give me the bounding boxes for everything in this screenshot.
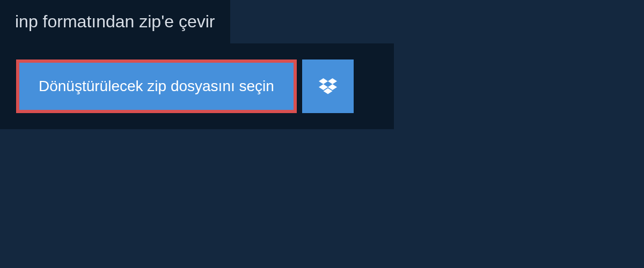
dropbox-button[interactable]: [302, 59, 354, 113]
page-title: inp formatından zip'e çevir: [15, 12, 215, 32]
page-header: inp formatından zip'e çevir: [0, 0, 230, 43]
button-row: Dönüştürülecek zip dosyasını seçin: [16, 59, 378, 113]
file-select-panel: Dönüştürülecek zip dosyasını seçin: [0, 43, 394, 129]
dropbox-icon: [319, 78, 337, 94]
file-select-button[interactable]: Dönüştürülecek zip dosyasını seçin: [16, 59, 297, 113]
